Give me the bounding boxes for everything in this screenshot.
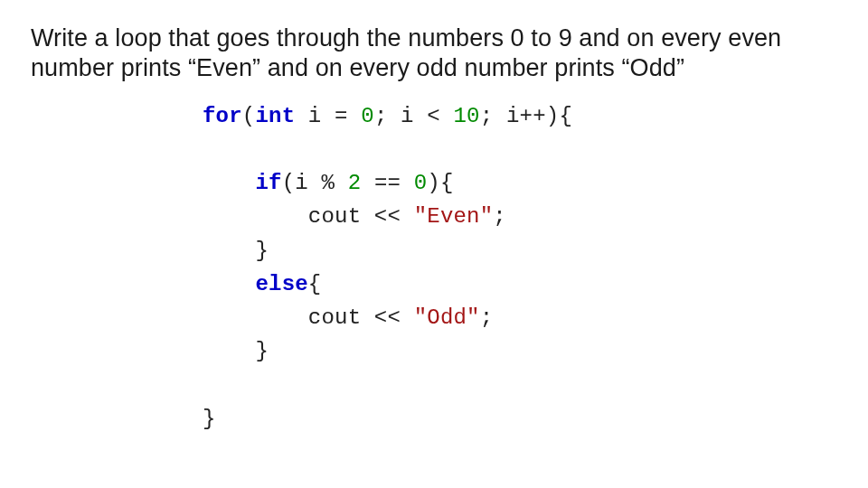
brace-open: { bbox=[308, 272, 322, 296]
op-insert: << bbox=[361, 305, 413, 330]
semicolon: ; bbox=[480, 104, 494, 128]
string-even: "Even" bbox=[414, 204, 494, 229]
keyword-for: for bbox=[203, 104, 242, 128]
brace-open: { bbox=[559, 104, 572, 128]
cout: cout bbox=[308, 305, 361, 330]
op-lt: < bbox=[414, 104, 454, 128]
cout: cout bbox=[308, 204, 361, 229]
slide: Write a loop that goes through the numbe… bbox=[0, 0, 868, 488]
keyword-else: else bbox=[255, 272, 307, 296]
space bbox=[387, 104, 401, 128]
paren-open: ( bbox=[282, 171, 296, 195]
code-block: for(int i = 0; i < 10; i++){ if(i % 2 ==… bbox=[203, 99, 837, 436]
keyword-int: int bbox=[255, 104, 295, 128]
num-zero: 0 bbox=[361, 104, 374, 128]
space bbox=[295, 104, 308, 128]
op-mod: % bbox=[308, 171, 348, 195]
paren-open: ( bbox=[242, 104, 256, 128]
brace-open: { bbox=[440, 171, 454, 195]
var-i: i bbox=[295, 171, 308, 195]
semicolon: ; bbox=[374, 104, 388, 128]
var-i: i bbox=[308, 104, 322, 128]
var-i: i bbox=[401, 104, 414, 128]
num-two: 2 bbox=[348, 171, 362, 195]
op-eqeq: == bbox=[361, 171, 413, 195]
num-eqzero: 0 bbox=[414, 171, 428, 195]
string-odd: "Odd" bbox=[414, 305, 480, 330]
space bbox=[493, 104, 506, 128]
op-inc: ++ bbox=[520, 104, 546, 128]
paren-close: ) bbox=[427, 171, 440, 195]
semicolon: ; bbox=[480, 305, 494, 330]
op-insert: << bbox=[361, 204, 413, 229]
semicolon: ; bbox=[493, 204, 506, 229]
brace-close: } bbox=[255, 239, 269, 263]
var-i: i bbox=[506, 104, 520, 128]
brace-close: } bbox=[255, 339, 269, 363]
op-assign: = bbox=[321, 104, 361, 128]
brace-close: } bbox=[203, 407, 216, 431]
num-ten: 10 bbox=[454, 104, 480, 128]
paren-close: ) bbox=[546, 104, 560, 128]
keyword-if: if bbox=[255, 171, 281, 195]
prompt-text: Write a loop that goes through the numbe… bbox=[31, 23, 837, 83]
